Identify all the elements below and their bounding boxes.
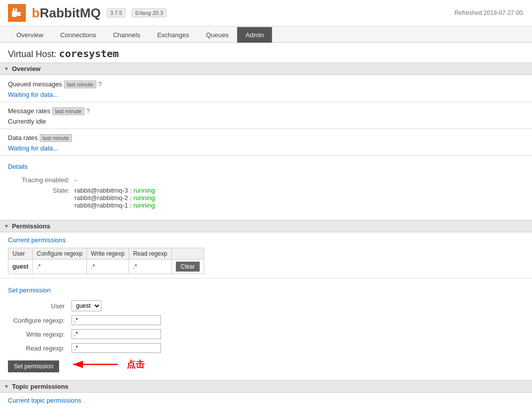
permissions-table: User Configure regexp Write regexp Read … [8,248,204,274]
logo-text: bRabbitMQ [32,5,101,21]
node-3: rabbit@rabbitmq-1 : running [75,202,155,209]
perm-write: .* [87,260,129,274]
queued-question[interactable]: ? [98,80,102,88]
form-user-row: User guest [9,299,163,313]
svg-rect-2 [15,8,17,12]
svg-rect-4 [19,13,20,14]
details-section: Details Tracing enabled: - State: rabbit… [8,158,524,216]
tracing-value: - [75,175,159,185]
version-badge: 3.7.5 [107,8,126,17]
data-rates-row: Data rates last minute [8,131,524,143]
permissions-section-content: Current permissions User Configure regex… [8,232,524,380]
form-read-row: Read regexp: [9,342,163,354]
form-write-label: Write regexp: [9,328,69,341]
permissions-section-header[interactable]: ▼ Permissions [0,220,532,232]
rabbit-svg [11,7,23,19]
overview-section-title: Overview [12,65,41,72]
read-regexp-input[interactable] [72,343,161,353]
queued-messages-row: Queued messages last minute ? [8,79,524,89]
permissions-section-title: Permissions [12,222,50,230]
node-2-status: running [134,194,155,202]
node-1: rabbit@rabbitmq-3 : running [75,187,155,194]
form-table: User guest Configure regexp: Write regex… [8,298,164,355]
topic-permissions-section-header[interactable]: ▼ Topic permissions [0,380,532,393]
click-annotation: 点击 [127,358,145,370]
queued-badge: last minute [64,80,96,88]
node-1-name: rabbit@rabbitmq-3 [75,187,128,194]
logo-b: b [32,5,40,20]
node-3-name: rabbit@rabbitmq-1 [75,202,128,209]
perm-action-cell: Clear [171,260,204,274]
configure-regexp-input[interactable] [72,315,161,325]
logo-area: bRabbitMQ 3.7.5 Erlang 20.3 [8,4,166,22]
col-configure: Configure regexp [33,248,87,260]
user-select[interactable]: guest [72,300,101,311]
tracing-row: Tracing enabled: - [9,175,159,185]
nav-channels[interactable]: Channels [104,27,149,43]
permissions-table-header-row: User Configure regexp Write regexp Read … [8,248,204,260]
form-write-field [70,328,163,341]
node-3-sep: : [130,202,133,209]
node-2-sep: : [130,194,133,202]
data-rates-badge: last minute [40,134,72,142]
topic-permissions-collapse-icon: ▼ [4,384,9,389]
current-topic-permissions-label: Current topic permissions [8,397,524,404]
form-configure-label: Configure regexp: [9,314,69,327]
overview-collapse-icon: ▼ [4,66,9,71]
form-read-field [70,342,163,354]
form-configure-row: Configure regexp: [9,314,163,327]
topic-permissions-content: Current topic permissions [8,393,524,408]
waiting-data-1: Waiting for data... [8,89,524,100]
form-write-row: Write regexp: [9,328,163,341]
currently-idle: Currently idle [8,116,524,127]
details-table: Tracing enabled: - State: rabbit@rabbitm… [8,174,160,211]
nav-connections[interactable]: Connections [52,27,104,43]
form-configure-field [70,314,163,327]
overview-section-header[interactable]: ▼ Overview [0,63,532,75]
tracing-label: Tracing enabled: [9,175,74,185]
table-row: guest .* .* .* Clear [8,260,204,274]
logo-rabbit: Rabbit [40,5,80,20]
state-label: State: [9,186,74,210]
col-write: Write regexp [87,248,129,260]
node-2-name: rabbit@rabbitmq-2 [75,194,128,202]
perm-read: .* [129,260,171,274]
nav-admin[interactable]: Admin [237,27,272,43]
current-permissions-label: Current permissions [8,236,524,244]
permissions-collapse-icon: ▼ [4,223,9,229]
overview-section-content: Queued messages last minute ? Waiting fo… [8,75,524,220]
nav-overview[interactable]: Overview [8,27,52,43]
nav-exchanges[interactable]: Exchanges [149,27,197,43]
clear-button[interactable]: Clear [176,262,200,272]
rabbitmq-logo-icon [8,4,26,22]
vhost-name: coresystem [59,48,119,60]
state-row: State: rabbit@rabbitmq-3 : running rabbi… [9,186,159,210]
set-permission-button[interactable]: Set permission [8,360,59,372]
perm-configure: .* [33,260,87,274]
write-regexp-input[interactable] [72,329,161,339]
form-user-field: guest [70,299,163,313]
perm-user: guest [8,260,33,274]
nav-queues[interactable]: Queues [198,27,237,43]
node-3-status: running [134,202,155,209]
refresh-info: Refreshed 2019-07-27 00: [455,9,524,16]
node-1-sep: : [130,187,133,194]
queued-messages-label: Queued messages [8,80,62,88]
message-rates-row: Message rates last minute ? [8,104,524,116]
svg-rect-1 [13,8,14,12]
form-read-label: Read regexp: [9,342,69,354]
form-user-label: User [9,299,69,313]
message-rates-question[interactable]: ? [86,107,90,115]
set-permission-form: Set permission User guest Configure rege… [8,282,524,376]
message-rates-badge: last minute [52,107,84,115]
set-permission-label: Set permission [8,286,524,294]
node-1-status: running [134,187,155,194]
header: bRabbitMQ 3.7.5 Erlang 20.3 Refreshed 20… [0,0,532,26]
page-title: Virtual Host: coresystem [8,43,524,63]
logo-mq: MQ [80,5,101,20]
col-user: User [8,248,33,260]
waiting-data-2: Waiting for data... [8,143,524,153]
state-nodes: rabbit@rabbitmq-3 : running rabbit@rabbi… [75,186,159,210]
main-content: Virtual Host: coresystem ▼ Overview Queu… [0,43,532,408]
data-rates-label: Data rates [8,134,38,141]
